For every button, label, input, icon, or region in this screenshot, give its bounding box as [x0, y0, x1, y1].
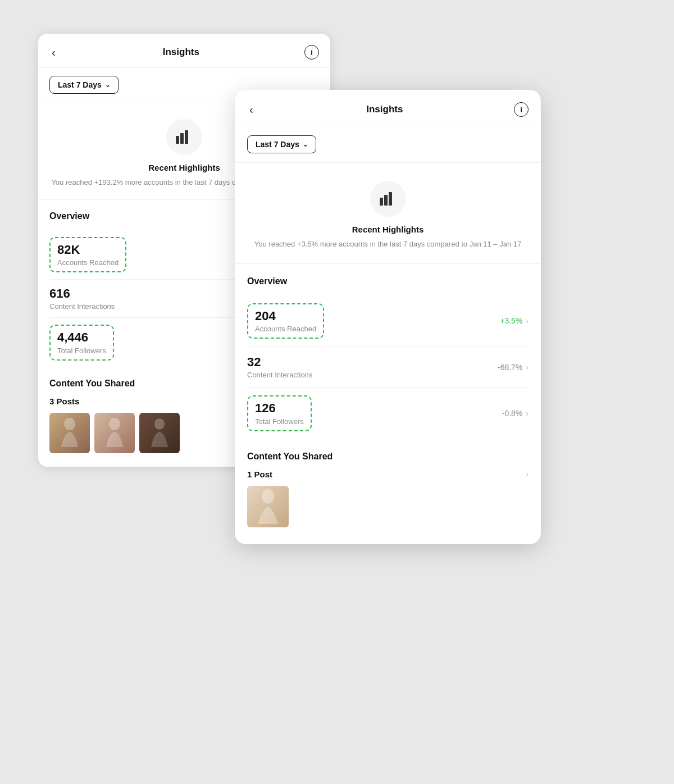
- back-button[interactable]: ‹: [49, 47, 58, 58]
- front-accounts-label: Accounts Reached: [255, 325, 316, 333]
- front-total-followers-box: 126 Total Followers: [247, 395, 312, 431]
- front-metric-total-followers[interactable]: 126 Total Followers -0.8% ›: [247, 388, 529, 439]
- svg-point-5: [154, 418, 165, 430]
- front-overview-title: Overview: [247, 276, 529, 286]
- front-post-row[interactable]: 1 Post ›: [247, 470, 529, 479]
- front-metric-right-accounts: +3.5% ›: [500, 316, 529, 325]
- front-card-content: Content You Shared 1 Post ›: [235, 439, 541, 527]
- svg-rect-7: [384, 195, 388, 206]
- front-highlights-text: You reached +3.5% more accounts in the l…: [247, 239, 529, 250]
- back-card-title: Insights: [58, 47, 304, 58]
- front-info-icon[interactable]: i: [514, 102, 529, 117]
- post-thumbnail-3[interactable]: [139, 413, 180, 453]
- photo-person-2: [94, 413, 135, 453]
- svg-point-9: [262, 489, 274, 504]
- front-card-title: Insights: [256, 104, 514, 115]
- chart-icon: [166, 119, 202, 155]
- chevron-down-icon: ⌄: [105, 81, 110, 89]
- front-followers-change: -0.8%: [502, 409, 523, 418]
- post-thumbnail-1[interactable]: [49, 413, 90, 453]
- front-card-top-bar: ‹ Insights i: [235, 90, 541, 126]
- photo-person-3: [139, 413, 180, 453]
- front-filter-label: Last 7 Days: [256, 140, 299, 149]
- metric-label: Accounts Reached: [57, 258, 119, 267]
- front-filter-button[interactable]: Last 7 Days ⌄: [247, 135, 316, 153]
- front-card-highlights: Recent Highlights You reached +3.5% more…: [235, 163, 541, 264]
- front-interactions-change: -68.7%: [498, 363, 522, 372]
- metric-value: 82K: [57, 243, 119, 257]
- front-photo-person: [247, 486, 289, 527]
- front-post-thumbnail[interactable]: [247, 486, 289, 527]
- metric-left: 82K Accounts Reached: [57, 243, 119, 267]
- front-accounts-change: +3.5%: [500, 316, 522, 325]
- front-interactions-chevron-right: ›: [526, 363, 529, 372]
- front-post-count-label: 1 Post: [247, 470, 272, 479]
- front-accounts-reached-box: 204 Accounts Reached: [247, 303, 324, 339]
- front-metric-left-followers: 126 Total Followers: [255, 401, 304, 425]
- front-card-overview: Overview 204 Accounts Reached +3.5% › 32…: [235, 264, 541, 439]
- front-followers-chevron-right: ›: [526, 409, 529, 418]
- back-card-top-bar: ‹ Insights i: [38, 34, 330, 68]
- front-metric-right-followers: -0.8% ›: [502, 409, 529, 418]
- accounts-reached-box: 82K Accounts Reached: [49, 237, 126, 272]
- front-chart-icon: [370, 181, 406, 217]
- svg-point-3: [64, 418, 75, 430]
- filter-button[interactable]: Last 7 Days ⌄: [49, 76, 119, 94]
- front-accounts-chevron-right: ›: [526, 316, 529, 325]
- svg-rect-8: [389, 192, 392, 206]
- front-metric-accounts-reached[interactable]: 204 Accounts Reached +3.5% ›: [247, 295, 529, 347]
- svg-point-4: [109, 418, 120, 430]
- metric-left: 4,446 Total Followers: [57, 330, 106, 354]
- front-metric-left-accounts: 204 Accounts Reached: [255, 309, 316, 333]
- filter-label: Last 7 Days: [58, 80, 102, 89]
- front-metric-left-interactions: 32 Content Interactions: [247, 355, 312, 379]
- front-content-title: Content You Shared: [247, 452, 529, 462]
- front-card: ‹ Insights i Last 7 Days ⌄ Recent Highli…: [235, 90, 541, 544]
- front-chevron-down-icon: ⌄: [303, 141, 308, 148]
- metric-label: Total Followers: [57, 347, 106, 355]
- photo-person-1: [49, 413, 90, 453]
- total-followers-box: 4,446 Total Followers: [49, 325, 114, 360]
- front-metric-right-interactions: -68.7% ›: [498, 363, 529, 372]
- front-highlights-title: Recent Highlights: [247, 225, 529, 234]
- front-interactions-label: Content Interactions: [247, 371, 312, 379]
- svg-rect-1: [180, 133, 184, 144]
- info-icon[interactable]: i: [304, 45, 319, 60]
- front-interactions-value: 32: [247, 355, 312, 370]
- post-thumbnail-2[interactable]: [94, 413, 135, 453]
- svg-rect-0: [176, 136, 179, 144]
- front-accounts-value: 204: [255, 309, 316, 323]
- front-followers-label: Total Followers: [255, 417, 304, 426]
- front-post-chevron-right: ›: [526, 470, 529, 478]
- front-back-button[interactable]: ‹: [247, 104, 256, 115]
- svg-rect-6: [380, 198, 383, 206]
- front-metric-content-interactions[interactable]: 32 Content Interactions -68.7% ›: [247, 347, 529, 388]
- metric-value: 4,446: [57, 330, 106, 345]
- front-followers-value: 126: [255, 401, 304, 416]
- svg-rect-2: [185, 130, 188, 144]
- front-card-filter-bar: Last 7 Days ⌄: [235, 126, 541, 163]
